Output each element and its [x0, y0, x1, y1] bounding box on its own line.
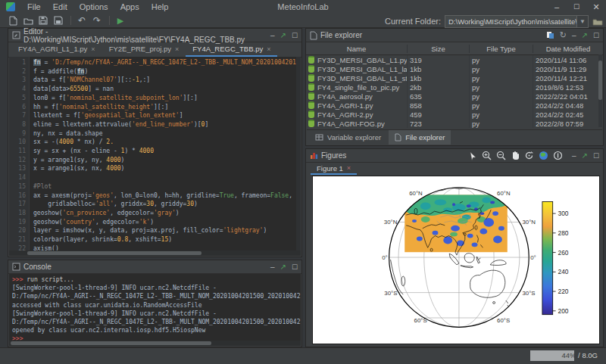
- chevron-down-icon[interactable]: ▼: [576, 16, 588, 27]
- figures-icon: [310, 151, 318, 160]
- console-expand-button[interactable]: ↗: [280, 263, 286, 271]
- identify-tool-button[interactable]: [553, 151, 563, 160]
- window-close-button[interactable]: ✕: [586, 0, 606, 14]
- table-cell: py: [470, 92, 533, 101]
- lat-label: 30°N: [522, 219, 536, 226]
- file-table-header[interactable]: NameSizeFile TypeDate Modified: [306, 42, 603, 55]
- console-hscrollbar[interactable]: [9, 341, 301, 346]
- rotate-tool-button[interactable]: [524, 151, 534, 160]
- menu-options[interactable]: Options: [73, 0, 114, 14]
- menu-help[interactable]: Help: [145, 0, 175, 14]
- column-header-size[interactable]: Size: [408, 45, 470, 53]
- browse-folder-button[interactable]: [592, 17, 603, 26]
- table-row[interactable]: FY4_single_file_to_pic.py2kbpy2019/8/6 1…: [306, 82, 603, 92]
- refresh-button[interactable]: ↻: [560, 30, 567, 40]
- run-script-button[interactable]: ▶: [114, 14, 127, 26]
- table-cell: FY3D_MERSI_GBAL_L1.py: [306, 55, 408, 64]
- lat-label: 30°S: [384, 290, 397, 297]
- save-as-button[interactable]: [52, 14, 65, 26]
- column-header-file-type[interactable]: File Type: [470, 45, 533, 53]
- pan-tool-button[interactable]: [511, 151, 520, 160]
- code-text[interactable]: fn = 'D:/Temp/nc/FY4A-_AGRI--_N_REGC_104…: [30, 57, 296, 250]
- table-row[interactable]: FY4A_AGRI-FOG.py723py2022/2/8 07:59: [306, 119, 603, 128]
- table-row[interactable]: FY3D_MERSI_GBAL_L1_stere.py1kbpy2020/11/…: [306, 73, 603, 82]
- zoom-out-button[interactable]: [496, 151, 506, 160]
- tab-figure-1[interactable]: Figure 1 ×: [311, 163, 357, 175]
- open-folder-button[interactable]: [21, 14, 35, 26]
- globe-tool-button[interactable]: [539, 151, 548, 160]
- new-file-button[interactable]: [6, 14, 20, 26]
- table-cell: 319: [408, 55, 470, 64]
- tab-file-explorer[interactable]: File explorer: [389, 130, 451, 145]
- console-line: >>> run script...: [12, 275, 298, 284]
- code-line: colorbar(layer, shrink=0.8, xshift=15): [33, 235, 296, 244]
- editor-tab-FY2E_PRE_proj.py[interactable]: FY2E_PRE_proj.py×: [102, 42, 186, 57]
- tab-variable-explorer[interactable]: Variable explorer: [309, 130, 387, 145]
- code-line: y = arange1(sy, ny, 4000): [33, 156, 296, 165]
- app-logo-icon: [6, 2, 15, 11]
- file-explorer-maximize-button[interactable]: ☐: [593, 32, 599, 39]
- code-line: #Plot: [33, 182, 296, 191]
- explorer-bottom-tabs: Variable explorerFile explorer: [307, 129, 602, 145]
- select-tool-button[interactable]: [469, 151, 477, 160]
- code-line: fn = 'D:/Temp/nc/FY4A-_AGRI--_N_REGC_104…: [33, 58, 296, 67]
- file-explorer-controls: ↻ – ↗ ☐: [546, 30, 599, 40]
- editor-tab-FY4A_REGC_TBB.py[interactable]: FY4A_REGC_TBB.py×: [186, 42, 277, 57]
- close-icon[interactable]: ×: [267, 45, 270, 53]
- close-icon[interactable]: ×: [91, 45, 95, 53]
- file-table-scrollbar[interactable]: [598, 54, 602, 127]
- code-line: ax = axesm(proj='geos', lon_0=lon0, h=hh…: [33, 191, 296, 201]
- editor-tab-FY4A_AGRI_L1_1.py[interactable]: FY4A_AGRI_L1_1.py×: [11, 42, 102, 57]
- column-header-name[interactable]: Name: [306, 45, 408, 53]
- table-cell: py: [470, 110, 533, 119]
- console-hscroll-thumb[interactable]: [11, 341, 211, 345]
- close-icon[interactable]: ×: [347, 164, 351, 172]
- menu-apps[interactable]: Apps: [114, 0, 145, 14]
- close-icon[interactable]: ×: [175, 45, 179, 53]
- file-explorer-expand-button[interactable]: ↗: [582, 31, 588, 39]
- lat-label: 30°N: [384, 219, 398, 226]
- table-cell: FY4A_AGRI-1.py: [306, 101, 408, 110]
- colorbar: 300280260240220200: [542, 201, 569, 314]
- menu-file[interactable]: File: [21, 0, 47, 14]
- console-controls: – ↗ ☐: [270, 263, 298, 271]
- editor-expand-button[interactable]: ↗: [280, 31, 286, 39]
- memory-usage-widget[interactable]: 44% / 8.0G: [530, 350, 600, 361]
- editor-maximize-button[interactable]: ☐: [292, 32, 298, 39]
- table-row[interactable]: FY4A_aerosol.py635py2022/2/22 04:01: [306, 92, 603, 101]
- column-header-date-modified[interactable]: Date Modified: [533, 45, 603, 53]
- figure-canvas[interactable]: 60°N60°N30°N30°N0°0°30°S30°S60°S60°S 300…: [312, 176, 600, 344]
- table-row[interactable]: FY4A_AGRI-2.py459py2024/2/2 02:45: [306, 110, 603, 119]
- current-folder-combo[interactable]: D:\Working\MIScript\Jython\mis\satellite…: [445, 15, 589, 28]
- figures-maximize-button[interactable]: ☐: [593, 152, 599, 160]
- window-minimize-button[interactable]: –: [547, 0, 567, 14]
- console-output[interactable]: >>> run script...[SwingWorker-pool-1-thr…: [9, 274, 301, 341]
- figure-toolbar: [469, 151, 563, 160]
- zoom-in-button[interactable]: [482, 151, 492, 160]
- console-maximize-button[interactable]: ☐: [292, 263, 298, 271]
- copy-path-button[interactable]: [546, 31, 554, 39]
- current-folder-bar: Current Folder: D:\Working\MIScript\Jyth…: [385, 14, 603, 28]
- file-table-scroll-thumb[interactable]: [598, 61, 602, 100]
- code-editor[interactable]: 12345678910111213141516171819202122 fn =…: [9, 57, 296, 250]
- editor-scroll-stripe[interactable]: [296, 57, 301, 250]
- window-maximize-button[interactable]: ☐: [567, 0, 586, 14]
- code-line: data = f['NOMChannel07'][::-1,:]: [33, 76, 296, 85]
- menu-edit[interactable]: Edit: [47, 0, 73, 14]
- table-row[interactable]: FY3D_MERSI_GBAL_L1_laea.py1kbpy2020/11/9…: [306, 64, 603, 73]
- undo-button[interactable]: ↶: [75, 14, 89, 26]
- status-bar: 44% / 8.0G: [0, 347, 606, 364]
- figures-expand-button[interactable]: ↗: [582, 151, 588, 160]
- code-line: data[data>65500] = nan: [33, 85, 296, 94]
- console-minimize-button[interactable]: –: [270, 263, 275, 271]
- table-cell: 2022/2/22 04:01: [533, 92, 603, 101]
- figures-minimize-button[interactable]: –: [572, 151, 576, 160]
- save-button[interactable]: [36, 14, 50, 26]
- editor-hscroll-thumb[interactable]: [27, 251, 201, 255]
- redo-button[interactable]: ↷: [90, 14, 104, 26]
- table-row[interactable]: FY4A_AGRI-1.py858py2024/2/2 04:48: [306, 101, 603, 110]
- editor-hscrollbar[interactable]: [9, 250, 301, 256]
- editor-minimize-button[interactable]: –: [270, 31, 275, 39]
- file-explorer-minimize-button[interactable]: –: [572, 31, 576, 39]
- table-row[interactable]: FY3D_MERSI_GBAL_L1.py319py2020/11/4 11:0…: [306, 55, 603, 64]
